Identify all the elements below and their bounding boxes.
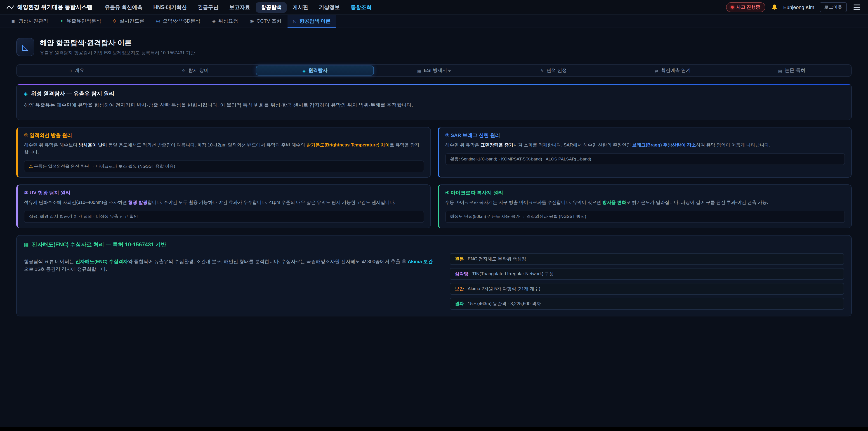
card-sar-bragg: ② SAR 브래그 산란 원리 해수면 위 유막은 표면장력을 증가시켜 소파를…: [437, 127, 852, 178]
intro-body: 해양 유출유는 해수면에 유막을 형성하여 전자기파 반사·방출·산란 특성을 …: [24, 101, 844, 109]
subtab-realtime-drone[interactable]: ✈ 실시간드론: [107, 15, 150, 28]
menu-item-integrated-search[interactable]: 통합조회: [346, 2, 377, 12]
tab-area-calculation[interactable]: ✎ 면적 산정: [495, 65, 612, 75]
page-header-ruler-icon: ◺: [16, 38, 34, 56]
menu-item-spill-prediction[interactable]: 유출유 확산예측: [100, 2, 147, 12]
tab-label: ESI 방제지도: [424, 67, 452, 74]
enc-depth-section: ▦ 전자해도(ENC) 수심자료 처리 — 특허 10-1567431 기반 항…: [16, 235, 852, 316]
card-body: 해수면 위 유막은 표면장력을 증가시켜 소파를 억제합니다. SAR에서 해수…: [445, 142, 845, 149]
card-body: 석유계 탄화수소에 자외선(310–400nm)을 조사하면 형광 발광합니다.…: [24, 199, 424, 206]
area-analysis-icon: ✦: [60, 18, 64, 23]
cctv-icon: ◉: [250, 18, 254, 23]
menu-item-hns[interactable]: HNS·대기확산: [148, 2, 192, 12]
navbar-right: 사고 진행중 Eunjeong Kim 로그아웃: [726, 2, 862, 12]
tab-papers-patents[interactable]: ▤ 논문·특허: [733, 65, 850, 75]
incident-status-label: 사고 진행중: [736, 4, 760, 10]
card-note: 해상도 단점(50km)로 단독 사용 불가 → 열적외선과 융합 (NGSST…: [445, 211, 845, 223]
tab-label: 논문·특허: [785, 67, 805, 74]
enc-row-tin: 삼각망 : TIN(Triangulated Irregular Network…: [450, 268, 844, 280]
incident-status-badge: 사고 진행중: [726, 2, 765, 12]
row-text: : TIN(Triangulated Irregular Network) 구성: [468, 271, 554, 276]
hamburger-menu-icon[interactable]: [852, 3, 862, 11]
logout-button[interactable]: 로그아웃: [819, 2, 847, 12]
card-title: ③ UV 형광 탐지 원리: [24, 190, 424, 196]
subtab-cctv[interactable]: ◉ CCTV 조회: [244, 15, 287, 28]
row-label: 삼각망: [455, 271, 468, 276]
map-icon: ▦: [417, 68, 421, 73]
notification-bell-icon[interactable]: [771, 4, 778, 11]
intro-section: ◈ 위성 원격탐사 — 유출유 탐지 원리 해양 유출유는 해수면에 유막을 형…: [16, 84, 852, 120]
drone-icon: ✈: [113, 18, 117, 23]
row-label: 보간: [455, 286, 464, 291]
card-body: 수동 마이크로파 복사계는 지구 방출 마이크로파를 수신합니다. 유막이 있으…: [445, 199, 845, 206]
card-title: ① 열적외선 방출 원리: [24, 132, 424, 139]
bottom-edge: [0, 427, 868, 431]
tab-label: 확산예측 연계: [661, 67, 691, 74]
brand-logo-icon: [6, 3, 14, 11]
brand-title: 해양환경 위기대응 통합시스템: [17, 3, 92, 11]
document-icon: ▤: [778, 68, 782, 73]
card-note: ⚠ 구름은 열적외선을 완전 차단 → 마이크로파 보조 필요 (NGSST 융…: [24, 160, 424, 173]
tab-remote-sensing[interactable]: ◈ 원격탐사: [256, 65, 374, 75]
main-menu: 유출유 확산예측 HNS·대기확산 긴급구난 보고자료 항공탐색 게시판 기상정…: [100, 2, 377, 12]
brand[interactable]: 해양환경 위기대응 통합시스템: [6, 3, 92, 11]
chart-icon: ▦: [24, 242, 29, 247]
tab-label: 면적 산정: [547, 67, 567, 74]
top-navbar: 해양환경 위기대응 통합시스템 유출유 확산예측 HNS·대기확산 긴급구난 보…: [0, 0, 868, 15]
enc-row-result: 결과 : 15초(463m) 등간격 · 3,225,600 격자: [450, 298, 844, 309]
page-subtitle: 유출유 원격탐지·항공감시 기법·ESI 방제정보지도·등록특허 10-1567…: [40, 50, 195, 56]
tab-label: 원격탐사: [308, 67, 327, 74]
link-icon: ⇄: [655, 68, 658, 73]
subtab-label: CCTV 조회: [256, 18, 281, 24]
intro-title-row: ◈ 위성 원격탐사 — 유출유 탐지 원리: [24, 90, 844, 98]
subtab-aerial-search-theory[interactable]: ◺ 항공탐색 이론: [287, 15, 337, 28]
section-tabs: ⊙ 개요 ✈ 탐지 장비 ◈ 원격탐사 ▦ ESI 방제지도 ✎ 면적 산정 ⇄…: [16, 64, 852, 77]
menu-item-reports[interactable]: 보고자료: [224, 2, 255, 12]
card-uv-fluorescence: ③ UV 형광 탐지 원리 석유계 탄화수소에 자외선(310–400nm)을 …: [16, 185, 431, 228]
subtab-satellite-request[interactable]: ◈ 위성요청: [206, 15, 244, 28]
enc-row-interpolation: 보간 : Akima 2차원 5차 다항식 (21개 계수): [450, 283, 844, 295]
page-title: 해양 항공탐색·원격탐사 이론: [40, 38, 195, 48]
photo-icon: ▣: [11, 18, 16, 23]
satellite-dish-icon: ◈: [24, 91, 28, 97]
ship-3d-icon: ◎: [156, 18, 160, 23]
card-note: 활용: Sentinel-1(C-band) · KOMPSAT-5(X-ban…: [445, 153, 845, 165]
subtab-label: 유출유면적분석: [66, 18, 101, 24]
menu-item-board[interactable]: 게시판: [288, 2, 313, 12]
menu-item-rescue[interactable]: 긴급구난: [193, 2, 223, 12]
subtab-label: 항공탐색 이론: [299, 18, 331, 24]
row-label: 원본: [455, 256, 464, 261]
subtab-spill-area-analysis[interactable]: ✦ 유출유면적분석: [54, 15, 107, 28]
app-window: 해양환경 위기대응 통합시스템 유출유 확산예측 HNS·대기확산 긴급구난 보…: [0, 0, 868, 431]
subtab-label: 실시간드론: [119, 18, 144, 24]
tab-overview[interactable]: ⊙ 개요: [18, 65, 135, 75]
card-body: 해수면 위 유막은 해수보다 방사율이 낮아 동일 온도에서도 적외선 방출량이…: [24, 142, 424, 156]
user-name: Eunjeong Kim: [783, 4, 814, 10]
page-header: ◺ 해양 항공탐색·원격탐사 이론 유출유 원격탐지·항공감시 기법·ESI 방…: [16, 38, 852, 56]
row-text: : Akima 2차원 5차 다항식 (21개 계수): [464, 286, 540, 291]
menu-item-aerial-search[interactable]: 항공탐색: [256, 2, 287, 12]
theory-icon: ◺: [293, 18, 297, 23]
enc-row-source: 원본 : ENC 전자해도 무작위 측심점: [450, 253, 844, 265]
row-label: 결과: [455, 301, 464, 306]
subtab-photo-management[interactable]: ▣ 영상사진관리: [5, 15, 54, 28]
subtab-label: 위성요청: [218, 18, 238, 24]
tab-detection-equipment[interactable]: ✈ 탐지 장비: [137, 65, 254, 75]
intro-title: 위성 원격탐사 — 유출유 탐지 원리: [31, 90, 114, 98]
menu-item-weather[interactable]: 기상정보: [314, 2, 345, 12]
principle-cards-grid: ① 열적외선 방출 원리 해수면 위 유막은 해수보다 방사율이 낮아 동일 온…: [16, 127, 852, 228]
tab-prediction-link[interactable]: ⇄ 확산예측 연계: [614, 65, 731, 75]
subtab-ship-3d-analysis[interactable]: ◎ 오염/선박3D분석: [150, 15, 206, 28]
card-title: ④ 마이크로파 복사계 원리: [445, 190, 845, 196]
enc-process-rows: 원본 : ENC 전자해도 무작위 측심점 삼각망 : TIN(Triangul…: [450, 253, 844, 309]
card-microwave-radiometer: ④ 마이크로파 복사계 원리 수동 마이크로파 복사계는 지구 방출 마이크로파…: [437, 185, 852, 228]
tab-label: 탐지 장비: [188, 67, 209, 74]
main-content: ◺ 해양 항공탐색·원격탐사 이론 유출유 원격탐지·항공감시 기법·ESI 방…: [0, 28, 868, 316]
enc-title-row: ▦ 전자해도(ENC) 수심자료 처리 — 특허 10-1567431 기반: [24, 241, 844, 248]
tab-esi-map[interactable]: ▦ ESI 방제지도: [376, 65, 493, 75]
card-title: ② SAR 브래그 산란 원리: [445, 132, 845, 139]
measure-icon: ✎: [540, 68, 544, 73]
subtab-label: 오염/선박3D분석: [163, 18, 200, 24]
row-text: : ENC 전자해도 무작위 측심점: [464, 256, 526, 261]
overview-icon: ⊙: [68, 68, 72, 73]
